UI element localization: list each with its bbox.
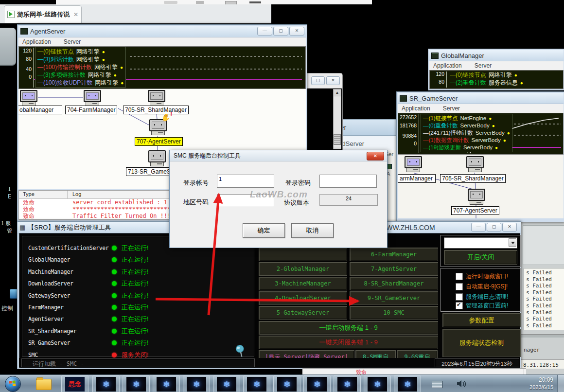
close-icon[interactable] (289, 27, 304, 36)
option-row[interactable]: 服务端日志清理! (456, 293, 508, 301)
taskbar-clock[interactable]: 20:09 2023/6/15 (529, 376, 553, 391)
stop-all-button[interactable]: 一键关闭服务端 1 - 9 (259, 336, 438, 349)
menu-application[interactable]: Application (22, 38, 51, 45)
grid-button-7[interactable]: 7-AgentServer (350, 262, 438, 276)
node-label[interactable]: obalManager (18, 106, 62, 114)
desktop-shortcut-label[interactable]: 1-服 (1, 220, 11, 227)
checkbox-icon[interactable] (456, 293, 463, 301)
grid-button-6[interactable]: 6-FarmManager (350, 248, 438, 261)
grid-button-8[interactable]: 8-SR_ShardManager (350, 277, 438, 290)
srgameserver-titlebar[interactable]: SR_GameServer (398, 93, 564, 104)
options-group: 运行时隐藏窗口! 自动重启-9[GS]! 服务端日志清理! 管理器窗口置前! (441, 268, 521, 312)
server-node-icon[interactable] (148, 150, 166, 167)
menu-server[interactable]: Server (64, 38, 81, 45)
password-input[interactable] (319, 175, 377, 188)
server-node-icon[interactable] (466, 156, 484, 173)
server-node-icon[interactable] (467, 189, 486, 205)
menu-application[interactable]: Application (402, 105, 430, 112)
server-row[interactable]: GlobalManager正在运行! (22, 254, 254, 266)
option-row[interactable]: 自动重启-9[GS]! (456, 283, 508, 290)
taskbar-app-button[interactable] (153, 375, 180, 392)
browser-tab[interactable]: 游乐网单-丝路传说 ✕ (4, 5, 82, 23)
minimize-icon[interactable] (471, 223, 486, 232)
server-node-icon[interactable] (404, 156, 423, 173)
smc-titlebar[interactable]: SMC 服务端后台控制工具 ✕ (170, 150, 387, 161)
menu-server[interactable]: Server (475, 62, 492, 69)
server-node-icon[interactable] (147, 90, 166, 107)
agentserver-titlebar[interactable]: AgentServer (18, 26, 306, 37)
show-desktop-button[interactable] (557, 375, 564, 392)
taskbar-app-button[interactable] (334, 375, 361, 392)
checkbox-icon[interactable] (456, 283, 463, 290)
node-label[interactable]: 713-SR_GameS (126, 167, 173, 176)
smc-dialog[interactable]: SMC 服务端后台控制工具 ✕ 登录帐号 1 登录密码 地区号码 协议版本 24… (169, 150, 388, 248)
cancel-button[interactable]: 取消 (291, 223, 334, 238)
option-label: 管理器窗口置前! (466, 302, 508, 310)
taskbar-app-button[interactable] (394, 375, 421, 392)
scrollbar[interactable]: ▲ (333, 89, 341, 149)
menu-application[interactable]: Application (433, 62, 462, 69)
start-button[interactable] (5, 376, 21, 392)
maximize-icon[interactable] (487, 223, 501, 232)
minimize-icon[interactable] (257, 27, 272, 36)
taskbar-app-button[interactable] (123, 375, 150, 392)
maximize-icon[interactable] (273, 27, 288, 36)
server-row[interactable]: SR_ShardManager正在运行! (22, 325, 254, 337)
grid-button-5[interactable]: 5-GatewayServer (259, 306, 347, 320)
node-label[interactable]: 705-SR_ShardManager (123, 106, 189, 114)
menu-server[interactable]: Server (443, 105, 460, 112)
node-label[interactable]: armManager (398, 174, 436, 183)
grid-button-4[interactable]: 4-DownloadServer (259, 291, 347, 305)
option-row[interactable]: 运行时隐藏窗口! (456, 272, 508, 280)
close-icon[interactable] (502, 223, 517, 232)
server-row[interactable]: FarmManager正在运行! (22, 302, 254, 313)
keyboard-tray-icon[interactable] (432, 381, 442, 388)
chevron-down-icon[interactable] (509, 238, 516, 247)
start-all-button[interactable]: 一键启动服务端 1 - 9 (259, 321, 438, 335)
close-icon[interactable]: ✕ (367, 152, 384, 160)
taskbar-app-button[interactable] (183, 375, 210, 392)
account-input[interactable]: 1 (217, 175, 274, 188)
speaker-tray-icon[interactable] (456, 380, 467, 388)
grid-button-9[interactable]: 9-SR_GameServer (350, 291, 438, 305)
server-node-icon[interactable] (83, 90, 102, 107)
srgameserver-window[interactable]: SR_GameServer Application Server 272652 … (396, 91, 564, 222)
taskbar-app-button[interactable] (273, 375, 300, 392)
grid-button-1[interactable] (259, 248, 347, 261)
grid-button-3[interactable]: 3-MachineManager (259, 277, 347, 290)
server-row[interactable]: SR_GameServer正在运行! (22, 337, 254, 349)
globalmanager-window[interactable]: GlobalManager Application Server 120 80 … (428, 49, 564, 90)
server-row[interactable]: DownloadServer正在运行! (22, 278, 254, 289)
params-config-button[interactable]: 参数配置 (442, 313, 521, 327)
taskbar-app-button[interactable] (243, 375, 270, 392)
globalmanager-titlebar[interactable]: GlobalManager (429, 50, 564, 61)
taskbar-app-button[interactable] (364, 375, 391, 392)
grid-button-2[interactable]: 2-GlobalManager (259, 262, 347, 276)
desktop-shortcut-label[interactable]: 管 (7, 227, 12, 234)
tab-close-icon[interactable]: ✕ (73, 11, 78, 18)
node-label[interactable]: 704-FarmManager (65, 106, 117, 114)
node-label[interactable]: 707-AgentServer (451, 206, 499, 215)
close-icon[interactable] (326, 76, 340, 85)
checkbox-icon[interactable] (456, 273, 463, 280)
option-row[interactable]: 管理器窗口置前! (456, 302, 508, 309)
server-combobox[interactable] (444, 237, 517, 249)
checkbox-icon[interactable] (456, 302, 463, 309)
taskbar-app-button[interactable] (213, 375, 240, 392)
maximize-icon[interactable] (311, 76, 325, 85)
taskbar-app-button[interactable]: 思念 (61, 375, 88, 392)
taskbar-app-button[interactable] (303, 375, 331, 392)
grid-button-10[interactable]: 10-SMC (350, 306, 438, 320)
status-check-button[interactable]: 服务端状态检测 (442, 329, 521, 357)
server-row[interactable]: AgentServer正在运行! (22, 313, 254, 325)
taskbar-app-button[interactable] (92, 375, 120, 392)
server-row[interactable]: MachineManager正在运行! (22, 266, 254, 278)
server-row[interactable]: GatewayServer正在运行! (22, 290, 254, 302)
server-node-icon[interactable] (19, 90, 38, 107)
desktop-shortcut-label[interactable]: 控制 (1, 304, 13, 313)
taskbar-explorer-button[interactable] (30, 375, 57, 392)
ok-button[interactable]: 确定 (243, 223, 285, 238)
power-toggle-button[interactable]: 开启/关闭 (444, 250, 517, 265)
node-label-selected[interactable]: 707-AgentServer (135, 137, 183, 146)
node-label[interactable]: 705-SR_ShardManager (440, 174, 506, 183)
